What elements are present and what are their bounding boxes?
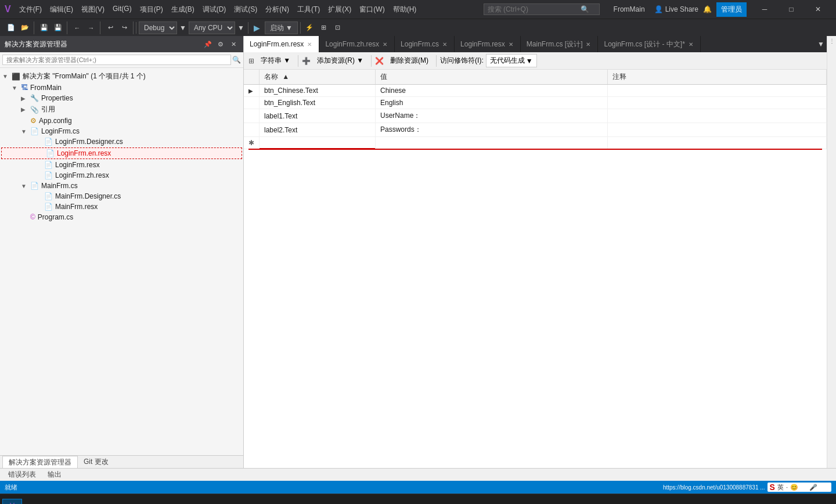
se-search-icon[interactable]: 🔍 (232, 56, 241, 64)
new-row-name[interactable] (260, 137, 376, 149)
toolbar-more-btn[interactable]: ⊞ (317, 21, 330, 34)
output-tab-output[interactable]: 输出 (42, 469, 67, 481)
menu-file[interactable]: 文件(F) (16, 2, 45, 17)
run-button[interactable]: ▶ (251, 21, 264, 34)
new-row-comment[interactable] (608, 137, 827, 149)
tab-loginfrm-cs[interactable]: LoginFrm.cs ✕ (395, 36, 455, 52)
cpu-dropdown-arrow[interactable]: ▼ (237, 24, 244, 32)
tree-item-appconfig[interactable]: ⚙ App.config (0, 116, 243, 126)
th-name[interactable]: 名称 ▲ (260, 70, 376, 85)
table-row[interactable]: label1.Text UserName： (244, 109, 827, 123)
strings-btn[interactable]: 字符串 ▼ (257, 54, 294, 67)
menu-view[interactable]: 视图(V) (78, 2, 108, 17)
se-settings-icon[interactable]: ⚙ (215, 39, 226, 49)
emoji-icon[interactable]: 😊 (790, 484, 798, 491)
tree-item-project[interactable]: ▼ 🏗 FromMain (0, 82, 243, 93)
right-panel-top-icon[interactable]: ⋮ (827, 36, 836, 45)
title-search[interactable]: 🔍 (484, 3, 600, 15)
menu-build[interactable]: 生成(B) (168, 2, 198, 17)
cpu-select[interactable]: Any CPU (189, 21, 235, 34)
save-all-btn[interactable]: 💾 (52, 21, 64, 34)
add-resource-btn[interactable]: 添加资源(R) ▼ (313, 54, 367, 67)
se-close-icon[interactable]: ✕ (228, 39, 239, 49)
row-comment-1[interactable] (608, 85, 827, 97)
properties-expand-arrow[interactable]: ▶ (21, 95, 30, 102)
minimize-button[interactable]: ─ (751, 0, 778, 19)
row-value-3[interactable]: UserName： (376, 109, 608, 123)
maximize-button[interactable]: □ (778, 0, 805, 19)
mic-icon[interactable]: 🎤 (809, 484, 817, 491)
keyboard-icon[interactable]: ⌨ (820, 484, 829, 491)
row-name-3[interactable]: label1.Text (260, 109, 376, 123)
row-comment-2[interactable] (608, 97, 827, 109)
row-name-2[interactable]: btn_English.Text (260, 97, 376, 109)
tree-item-program-cs[interactable]: © Program.cs (0, 212, 243, 222)
tree-item-properties[interactable]: ▶ 🔧 Properties (0, 93, 243, 103)
tree-item-loginfrm-en-resx[interactable]: 📄 LoginFrm.en.resx (1, 147, 242, 159)
table-row[interactable]: ▶ btn_Chinese.Text Chinese (244, 85, 827, 97)
tree-item-references[interactable]: ▶ 📎 引用 (0, 103, 243, 116)
row-comment-4[interactable] (608, 123, 827, 137)
th-name-sort[interactable]: ▲ (282, 73, 289, 81)
new-row-value[interactable] (376, 137, 608, 149)
close-button[interactable]: ✕ (805, 0, 831, 19)
open-btn[interactable]: 📂 (19, 21, 31, 34)
debug-dropdown-arrow[interactable]: ▼ (179, 24, 186, 32)
row-comment-3[interactable] (608, 109, 827, 123)
menu-help[interactable]: 帮助(H) (390, 2, 420, 17)
table-row[interactable]: btn_English.Text English (244, 97, 827, 109)
tab-loginfrm-zh-resx[interactable]: LoginFrm.zh.resx ✕ (319, 36, 395, 52)
menu-project[interactable]: 项目(P) (136, 2, 167, 17)
se-tab-git[interactable]: Git 更改 (78, 456, 114, 468)
tab-loginfrm-en-resx[interactable]: LoginFrm.en.resx ✕ (244, 36, 319, 52)
menu-tools[interactable]: 工具(T) (294, 2, 323, 17)
row-name-4[interactable]: label2.Text (260, 123, 376, 137)
tab-loginfrm-resx-close[interactable]: ✕ (507, 41, 514, 48)
table-row[interactable]: label2.Text Passwords： (244, 123, 827, 137)
new-project-btn[interactable]: 📄 (5, 21, 17, 34)
tree-item-mainfrm-designer[interactable]: 📄 MainFrm.Designer.cs (0, 191, 243, 201)
th-value[interactable]: 值 (376, 70, 608, 85)
loginfrm-cs-collapse-arrow[interactable]: ▼ (21, 128, 30, 135)
tree-item-mainfrm-resx[interactable]: 📄 MainFrm.resx (0, 201, 243, 212)
row-name-1[interactable]: btn_Chinese.Text (260, 85, 376, 97)
tree-item-loginfrm-cs[interactable]: ▼ 📄 LoginFrm.cs (0, 126, 243, 136)
delete-resource-btn[interactable]: 删除资源(M) (386, 54, 433, 67)
tab-loginfrm-cs-design-zh[interactable]: LoginFrm.cs [设计 - 中文]* ✕ (598, 36, 700, 52)
tab-overflow-button[interactable]: ▼ (815, 36, 827, 52)
search-input[interactable] (488, 5, 581, 13)
row-value-1[interactable]: Chinese (376, 85, 608, 97)
tab-loginfrm-cs-close[interactable]: ✕ (441, 41, 448, 48)
tree-item-loginfrm-resx[interactable]: 📄 LoginFrm.resx (0, 160, 243, 170)
menu-debug[interactable]: 调试(D) (199, 2, 230, 17)
tree-item-loginfrm-zh-resx[interactable]: 📄 LoginFrm.zh.resx (0, 170, 243, 181)
live-share-button[interactable]: 👤 Live Share (654, 5, 698, 13)
attach-btn[interactable]: ⚡ (303, 21, 316, 34)
undo-btn[interactable]: ↩ (104, 21, 117, 34)
admin-button[interactable]: 管理员 (716, 2, 747, 17)
se-tab-solution[interactable]: 解决方案资源管理器 (2, 456, 78, 468)
project-collapse-arrow[interactable]: ▼ (12, 85, 21, 91)
menu-test[interactable]: 测试(S) (230, 2, 261, 17)
debug-config-select[interactable]: Debug (139, 21, 177, 34)
row-value-2[interactable]: English (376, 97, 608, 109)
no-code-gen-dropdown[interactable]: 无代码生成 ▼ (486, 54, 537, 67)
startup-button[interactable]: 启动 ▼ (265, 21, 298, 34)
solution-collapse-arrow[interactable]: ▼ (2, 73, 12, 80)
menu-extensions[interactable]: 扩展(X) (325, 2, 355, 17)
menu-window[interactable]: 窗口(W) (356, 2, 388, 17)
se-search-input[interactable] (2, 55, 231, 65)
menu-analyze[interactable]: 分析(N) (262, 2, 293, 17)
tab-loginfrm-en-resx-close[interactable]: ✕ (306, 41, 313, 48)
tree-item-mainfrm-cs[interactable]: ▼ 📄 MainFrm.cs (0, 181, 243, 191)
tab-mainfrm-cs-design-close[interactable]: ✕ (585, 41, 592, 48)
tab-mainfrm-cs-design[interactable]: MainFrm.cs [设计] ✕ (521, 36, 599, 52)
save-btn[interactable]: 💾 (38, 21, 51, 34)
row-value-4[interactable]: Passwords： (376, 123, 608, 137)
toolbar-end-btn[interactable]: ⊡ (331, 21, 344, 34)
se-pin-icon[interactable]: 📌 (203, 39, 213, 49)
redo-btn[interactable]: ↪ (118, 21, 131, 34)
mainfrm-cs-collapse-arrow[interactable]: ▼ (21, 183, 30, 189)
back-btn[interactable]: ← (71, 21, 84, 34)
tree-item-loginfrm-designer[interactable]: 📄 LoginFrm.Designer.cs (0, 136, 243, 147)
